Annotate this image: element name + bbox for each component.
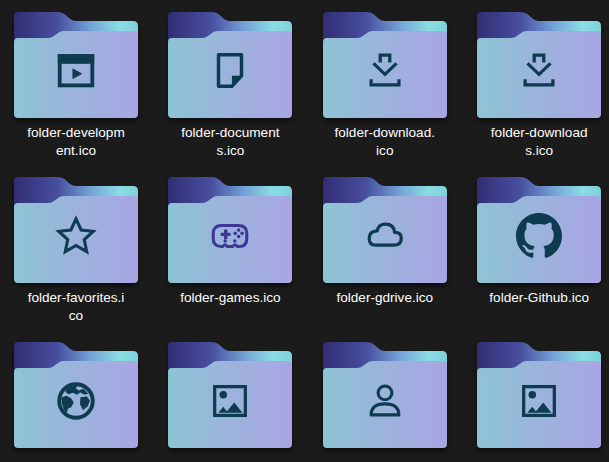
folder-icon — [477, 177, 601, 284]
file-label: folder-downloads.ico — [491, 124, 588, 160]
file-item-folder-favorites.ico[interactable]: folder-favorites.ico — [14, 177, 138, 342]
file-label: folder-favorites.ico — [28, 289, 125, 325]
file-item-folder-gdrive.ico[interactable]: folder-gdrive.ico — [323, 177, 447, 342]
file-label: folder-development.ico — [27, 124, 124, 160]
folder-icon — [168, 12, 292, 119]
file-item-folder-download.ico[interactable]: folder-download.ico — [323, 12, 447, 177]
file-label: folder-games.ico — [180, 289, 281, 307]
folder-icon — [323, 177, 447, 284]
folder-front-panel — [168, 196, 292, 283]
file-item-folder-development.ico[interactable]: folder-development.ico — [14, 12, 138, 177]
folder-icon — [14, 177, 138, 284]
folder-icon — [14, 12, 138, 119]
folder-front-panel — [323, 196, 447, 283]
file-item-image[interactable] — [477, 342, 601, 462]
file-item-user[interactable] — [323, 342, 447, 462]
folder-front-panel — [477, 361, 601, 448]
folder-icon — [168, 177, 292, 284]
file-item-folder-documents.ico[interactable]: folder-documents.ico — [168, 12, 292, 177]
file-label: folder-documents.ico — [181, 124, 279, 160]
folder-front-panel — [477, 196, 601, 283]
folder-icon — [323, 12, 447, 119]
file-item-globe[interactable] — [14, 342, 138, 462]
folder-icon — [477, 342, 601, 449]
file-item-image[interactable] — [168, 342, 292, 462]
folder-icon — [168, 342, 292, 449]
file-item-folder-downloads.ico[interactable]: folder-downloads.ico — [477, 12, 601, 177]
file-item-folder-Github.ico[interactable]: folder-Github.ico — [477, 177, 601, 342]
file-label: folder-Github.ico — [489, 289, 589, 307]
folder-icon — [477, 12, 601, 119]
folder-front-panel — [168, 361, 292, 448]
file-label: folder-download.ico — [335, 124, 436, 160]
file-label: folder-gdrive.ico — [336, 289, 433, 307]
folder-front-panel — [168, 31, 292, 118]
folder-icon — [14, 342, 138, 449]
file-item-folder-games.ico[interactable]: folder-games.ico — [168, 177, 292, 342]
folder-front-panel — [14, 196, 138, 283]
file-icon-grid: folder-development.ico folder-documents.… — [14, 12, 601, 462]
folder-front-panel — [14, 361, 138, 448]
folder-icon — [323, 342, 447, 449]
